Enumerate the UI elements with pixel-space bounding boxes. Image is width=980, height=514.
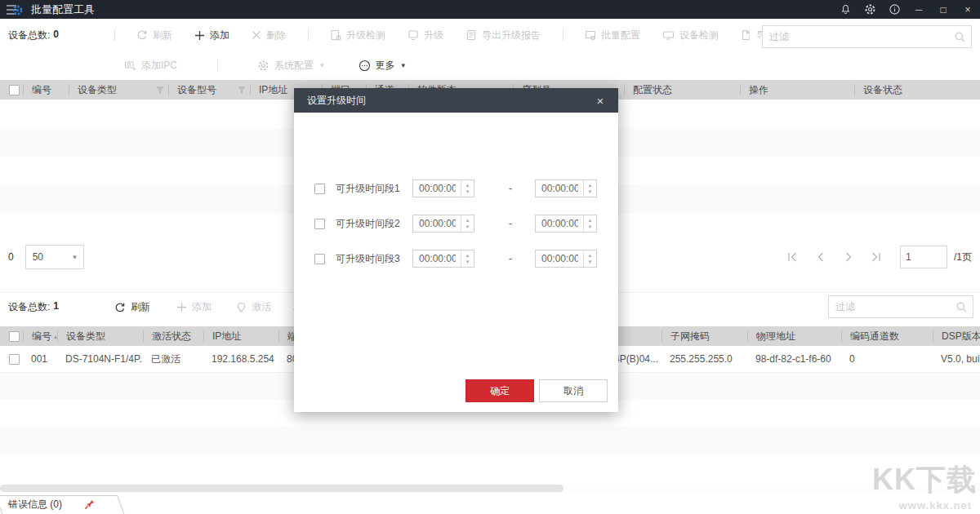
device-total-upper: 设备总数: 0 [8, 29, 114, 42]
period1-end-input[interactable] [536, 183, 578, 194]
watermark-url: www.kkx.net [813, 499, 977, 512]
settings-gear-icon[interactable] [858, 0, 882, 19]
period1-start-input[interactable] [413, 183, 456, 194]
delete-button[interactable]: 删除 [252, 29, 286, 42]
doc-report-icon [466, 29, 477, 41]
refresh-icon [114, 302, 126, 313]
monitor-icon [662, 29, 675, 41]
column-header: 编码通道数 [850, 330, 899, 342]
cancel-button[interactable]: 取消 [539, 379, 608, 402]
search-icon[interactable] [954, 31, 966, 43]
maximize-button[interactable]: □ [931, 0, 956, 19]
spin-up-icon[interactable]: ▴ [589, 182, 592, 188]
filter-funnel-icon[interactable] [155, 86, 165, 95]
ok-button[interactable]: 确定 [466, 379, 534, 402]
upgrade-period-row: 可升级时间段1 ▴ ▾ - ▴ ▾ [314, 179, 600, 197]
spin-up-icon[interactable]: ▴ [466, 182, 470, 188]
time-spinner[interactable]: ▴ ▾ [583, 215, 596, 232]
spin-down-icon[interactable]: ▾ [466, 224, 470, 230]
notification-bell-icon[interactable] [833, 0, 858, 19]
upgrade-check-button[interactable]: 升级检测 [330, 29, 385, 42]
cell-subnet: 255.255.255.0 [662, 353, 747, 365]
time-spinner[interactable]: ▴ ▾ [461, 180, 474, 197]
range-dash: - [502, 253, 519, 264]
period2-start-input[interactable] [413, 218, 456, 229]
period1-label: 可升级时间段1 [336, 182, 400, 196]
refresh-button[interactable]: 刷新 [136, 29, 172, 42]
cell-activation-status: 已激活 [143, 352, 203, 366]
doc-csv-icon [741, 29, 751, 41]
spin-down-icon[interactable]: ▾ [589, 224, 592, 230]
toolbar-divider [308, 29, 309, 41]
info-icon[interactable] [882, 0, 906, 19]
period3-start-input[interactable] [413, 253, 456, 264]
select-all-checkbox-upper[interactable] [9, 85, 20, 95]
device-total-lower: 设备总数: 1 [8, 300, 114, 314]
app-title: 批量配置工具 [31, 2, 95, 17]
error-info-tab[interactable]: 错误信息 (0) [0, 495, 129, 514]
period1-checkbox[interactable] [314, 184, 325, 194]
spin-down-icon[interactable]: ▾ [466, 259, 470, 265]
spin-up-icon[interactable]: ▴ [589, 252, 592, 259]
more-button[interactable]: 更多 ▾ [359, 59, 406, 73]
batch-config-button[interactable]: 批量配置 [585, 29, 640, 42]
time-spinner[interactable]: ▴ ▾ [583, 250, 596, 267]
period3-end-input[interactable] [536, 253, 578, 264]
add-button[interactable]: 添加 [194, 29, 229, 42]
main-toolbar-row2: 添加IPC 系统配置 ▾ 更多 ▾ [0, 51, 980, 79]
device-gear-icon [585, 29, 596, 41]
dialog-close-icon[interactable]: × [592, 94, 608, 108]
device-total-label: 设备总数: [8, 29, 50, 42]
column-header: 设备状态 [863, 84, 902, 95]
table-empty-row [0, 427, 980, 454]
export-upgrade-report-button[interactable]: 导出升级报告 [466, 29, 541, 42]
prev-page-button[interactable] [807, 247, 835, 267]
close-button[interactable]: × [956, 0, 980, 19]
last-page-button[interactable] [862, 247, 890, 267]
spin-up-icon[interactable]: ▴ [466, 217, 470, 224]
scrollbar-thumb[interactable] [0, 485, 564, 492]
filter-input-lower[interactable] [835, 301, 956, 312]
dialog-title: 设置升级时间 [307, 94, 366, 108]
minimize-button[interactable]: ─ [906, 0, 931, 19]
add-ipc-button[interactable]: 添加IPC [124, 59, 177, 73]
spin-down-icon[interactable]: ▾ [589, 188, 592, 195]
period3-label: 可升级时间段3 [336, 252, 400, 266]
period3-checkbox[interactable] [314, 254, 325, 264]
spin-up-icon[interactable]: ▴ [466, 252, 470, 259]
page-size-select[interactable]: 50 ▾ [25, 245, 84, 269]
row-checkbox[interactable] [9, 354, 20, 365]
filter-box-lower [828, 295, 973, 318]
activate-button[interactable]: 激活 [236, 300, 271, 314]
period2-checkbox[interactable] [314, 219, 325, 229]
refresh-device-button[interactable]: 刷新 [114, 300, 150, 314]
next-page-button[interactable] [835, 247, 862, 267]
system-config-button[interactable]: 系统配置 ▾ [257, 59, 324, 73]
page-number-input[interactable] [900, 246, 947, 268]
period3-end-time: ▴ ▾ [535, 250, 597, 268]
range-dash: - [502, 183, 519, 194]
column-header: 设备型号 [177, 84, 216, 95]
first-page-button[interactable] [779, 247, 807, 267]
device-check-button[interactable]: 设备检测 [662, 29, 719, 42]
spin-down-icon[interactable]: ▾ [589, 259, 592, 265]
time-spinner[interactable]: ▴ ▾ [583, 180, 596, 197]
period2-start-time: ▴ ▾ [412, 215, 474, 233]
spin-up-icon[interactable]: ▴ [589, 217, 592, 224]
period2-end-input[interactable] [536, 218, 578, 229]
time-spinner[interactable]: ▴ ▾ [461, 215, 474, 232]
add-device-button[interactable]: 添加 [176, 300, 212, 314]
column-header: 物理地址 [756, 330, 795, 342]
pushpin-icon[interactable] [83, 498, 96, 511]
select-all-checkbox-lower[interactable] [9, 331, 20, 342]
upgrade-icon [408, 29, 419, 41]
search-icon[interactable] [956, 301, 968, 313]
horizontal-scrollbar[interactable] [0, 484, 980, 493]
filter-funnel-icon[interactable] [237, 86, 247, 95]
filter-input-upper[interactable] [769, 31, 954, 42]
upgrade-button[interactable]: 升级 [408, 29, 443, 42]
spin-down-icon[interactable]: ▾ [466, 188, 470, 195]
device-total-label: 设备总数: [8, 300, 50, 314]
time-spinner[interactable]: ▴ ▾ [461, 250, 474, 267]
toolbar-divider [749, 29, 750, 41]
